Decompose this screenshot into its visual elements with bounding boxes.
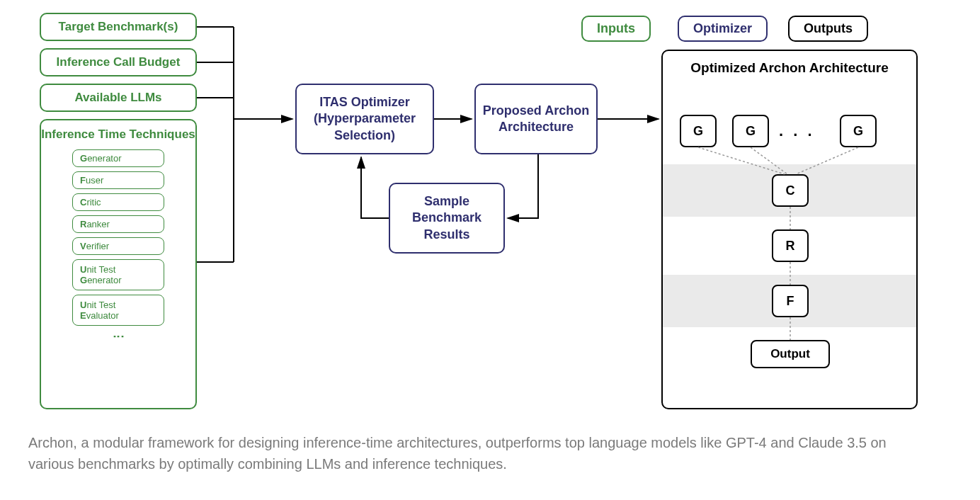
technique-generator: Generator [72,149,164,167]
itas-optimizer-box: ITAS Optimizer (Hyperparameter Selection… [295,84,434,154]
proposed-architecture-box: Proposed Archon Architecture [474,84,598,154]
input-inference-budget: Inference Call Budget [40,48,197,76]
technique-fuser: Fuser [72,171,164,189]
optimized-architecture-title: Optimized Archon Architecture [663,59,916,77]
input-available-llms: Available LLMs [40,84,197,112]
techniques-title: Inference Time Techniques [41,127,195,142]
legend-outputs: Outputs [788,16,868,42]
arch-node-c: C [772,174,809,207]
input-techniques-container: Inference Time Techniques Generator Fuse… [40,119,197,409]
arch-node-g1: G [680,115,717,147]
techniques-ellipsis-icon: ⋮ [112,331,125,343]
technique-verifier: Verifier [72,237,164,255]
sample-benchmark-box: Sample Benchmark Results [389,183,505,254]
legend-optimizer: Optimizer [678,16,768,42]
diagram-caption: Archon, a modular framework for designin… [28,432,921,475]
technique-ranker: Ranker [72,215,164,233]
arch-node-g2: G [732,115,769,147]
technique-unit-test-generator: Unit TestGenerator [72,259,164,290]
arch-dots: . . . [779,122,815,140]
technique-unit-test-evaluator: Unit TestEvaluator [72,295,164,326]
input-target-benchmarks: Target Benchmark(s) [40,13,197,41]
legend-inputs: Inputs [581,16,651,42]
arch-node-output: Output [751,340,830,368]
arch-node-g3: G [840,115,877,147]
technique-critic: Critic [72,193,164,211]
arch-node-r: R [772,229,809,262]
arch-node-f: F [772,285,809,317]
